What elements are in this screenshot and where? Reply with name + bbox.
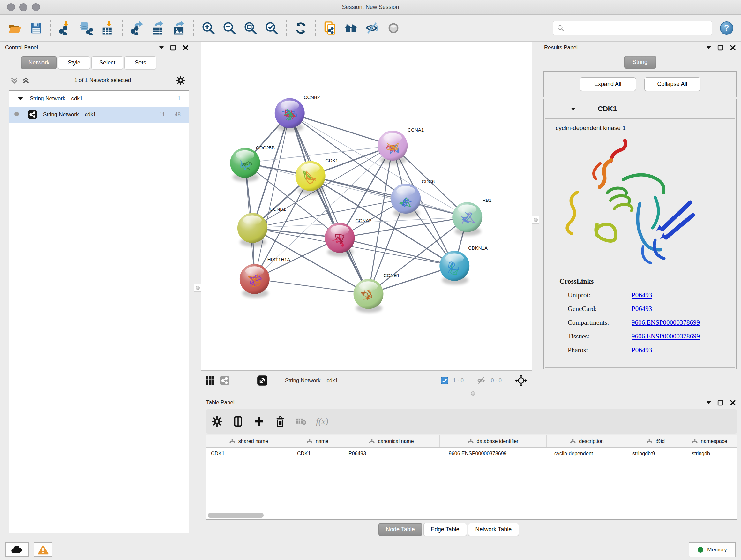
export-table-button[interactable]: [147, 17, 169, 39]
collection-expand-caret[interactable]: [17, 97, 23, 100]
entry-header[interactable]: CDK1: [545, 101, 735, 117]
column-header[interactable]: shared name: [206, 435, 292, 447]
crosslink-link[interactable]: 9606.ENSP00000378699: [631, 332, 700, 340]
import-network-database-button[interactable]: [76, 17, 97, 39]
entry-expand-caret[interactable]: [571, 108, 576, 111]
panel-menu-icon[interactable]: [159, 46, 164, 49]
collapse-all-button[interactable]: Collapse All: [644, 77, 700, 91]
warning-status-button[interactable]: [34, 543, 52, 557]
table-row[interactable]: CDK1 CDK1 P06493 9606.ENSP00000378699 cy…: [206, 448, 737, 459]
tab-sets[interactable]: Sets: [125, 56, 156, 69]
network-view-mode-icon[interactable]: [219, 375, 230, 386]
table-settings-button[interactable]: [211, 415, 223, 428]
crosslink-link[interactable]: P06493: [631, 291, 652, 299]
crosslink-row: Pharos: P06493: [568, 346, 735, 354]
selected-checkbox-icon[interactable]: [441, 377, 448, 384]
toolbar-separator: [236, 374, 237, 387]
crosslink-link[interactable]: 9606.ENSP00000378699: [631, 319, 700, 327]
first-neighbors-button[interactable]: [341, 17, 362, 39]
export-network-button[interactable]: [126, 17, 147, 39]
panel-menu-icon[interactable]: [706, 401, 711, 404]
cell-id[interactable]: stringdb:9...: [627, 451, 684, 456]
tab-select[interactable]: Select: [91, 56, 123, 69]
cloud-status-button[interactable]: [5, 543, 29, 557]
tab-edge-table[interactable]: Edge Table: [423, 523, 467, 536]
search-input[interactable]: [567, 25, 708, 31]
clone-network-button[interactable]: [320, 17, 341, 39]
cell-shared-name[interactable]: CDK1: [206, 451, 292, 456]
open-session-button[interactable]: [4, 17, 25, 39]
delete-table-button: [295, 415, 308, 428]
column-header[interactable]: database identifier: [440, 435, 547, 447]
import-table-button[interactable]: [97, 17, 118, 39]
crosslink-link[interactable]: P06493: [631, 305, 652, 313]
float-panel-icon[interactable]: [718, 45, 724, 51]
export-image-button[interactable]: [169, 17, 190, 39]
splitter-handle[interactable]: [534, 218, 538, 222]
cell-canonical-name[interactable]: P06493: [343, 451, 440, 456]
results-panel-splitter[interactable]: [532, 42, 539, 390]
left-panel-splitter[interactable]: [194, 42, 201, 539]
network-row[interactable]: String Network – cdk1 11 48: [9, 107, 189, 123]
network-selection-bar: 1 of 1 Network selected: [0, 71, 194, 88]
show-graphics-details-button[interactable]: [383, 17, 404, 39]
splitter-handle[interactable]: [196, 286, 200, 290]
close-panel-icon[interactable]: [730, 45, 736, 51]
collapse-all-icon[interactable]: [11, 77, 18, 84]
column-header[interactable]: canonical name: [343, 435, 440, 447]
import-network-file-button[interactable]: [55, 17, 76, 39]
network-graph[interactable]: CCNB2CCNA1CDC25BCDK1CDC6RB1CCNB1CCNA2CDK…: [201, 42, 532, 370]
tab-string[interactable]: String: [624, 56, 656, 69]
column-header[interactable]: name: [292, 435, 343, 447]
network-node-count: 11: [159, 111, 165, 118]
splitter-handle[interactable]: [471, 391, 475, 395]
help-button[interactable]: ?: [720, 21, 733, 35]
close-panel-icon[interactable]: [183, 45, 189, 51]
cell-namespace[interactable]: stringdb: [684, 451, 737, 456]
node-label-CDC6: CDC6: [421, 179, 434, 184]
close-panel-icon[interactable]: [730, 400, 736, 406]
cell-description[interactable]: cyclin-dependent ...: [547, 451, 627, 456]
zoom-selected-button[interactable]: [261, 17, 282, 39]
columns-icon: [233, 416, 243, 427]
cell-database-identifier[interactable]: 9606.ENSP00000378699: [440, 451, 547, 456]
column-header[interactable]: @id: [627, 435, 684, 447]
birdseye-crosshair-icon[interactable]: [515, 374, 527, 387]
add-column-button[interactable]: [253, 415, 266, 428]
float-panel-icon[interactable]: [170, 45, 176, 51]
tab-node-table[interactable]: Node Table: [379, 523, 422, 536]
trash-icon: [275, 416, 285, 427]
tab-network-table[interactable]: Network Table: [468, 523, 519, 536]
float-panel-icon[interactable]: [718, 400, 724, 406]
zoom-fit-button[interactable]: [240, 17, 261, 39]
expand-all-button[interactable]: Expand All: [580, 77, 636, 91]
save-session-button[interactable]: [25, 17, 47, 39]
save-icon: [29, 21, 43, 35]
panel-menu-icon[interactable]: [706, 46, 711, 49]
hide-selection-button[interactable]: [362, 17, 383, 39]
zoom-out-button[interactable]: [219, 17, 240, 39]
cell-name[interactable]: CDK1: [292, 451, 343, 456]
tab-style[interactable]: Style: [58, 56, 90, 69]
column-header[interactable]: namespace: [684, 435, 737, 447]
crosslink-link[interactable]: P06493: [631, 346, 652, 354]
delete-column-button[interactable]: [274, 415, 286, 428]
horizontal-scrollbar[interactable]: [208, 513, 737, 517]
column-header[interactable]: description: [547, 435, 627, 447]
expand-all-icon[interactable]: [22, 77, 29, 84]
zoom-out-icon: [222, 21, 237, 36]
memory-button[interactable]: Memory: [689, 542, 736, 557]
grid-view-icon[interactable]: [205, 376, 215, 385]
network-canvas[interactable]: CCNB2CCNA1CDC25BCDK1CDC6RB1CCNB1CCNA2CDK…: [201, 42, 532, 370]
gear-icon[interactable]: [176, 76, 185, 85]
scrollbar-thumb[interactable]: [208, 513, 264, 517]
refresh-button[interactable]: [290, 17, 312, 39]
network-collection-row[interactable]: String Network – cdk1 1: [9, 91, 189, 107]
zoom-in-button[interactable]: [198, 17, 219, 39]
table-panel-splitter[interactable]: [201, 390, 741, 396]
search-box[interactable]: [553, 21, 712, 36]
show-columns-button[interactable]: [232, 415, 245, 428]
memory-label: Memory: [707, 547, 727, 553]
detach-view-icon[interactable]: [257, 375, 268, 386]
tab-network[interactable]: Network: [21, 56, 57, 69]
